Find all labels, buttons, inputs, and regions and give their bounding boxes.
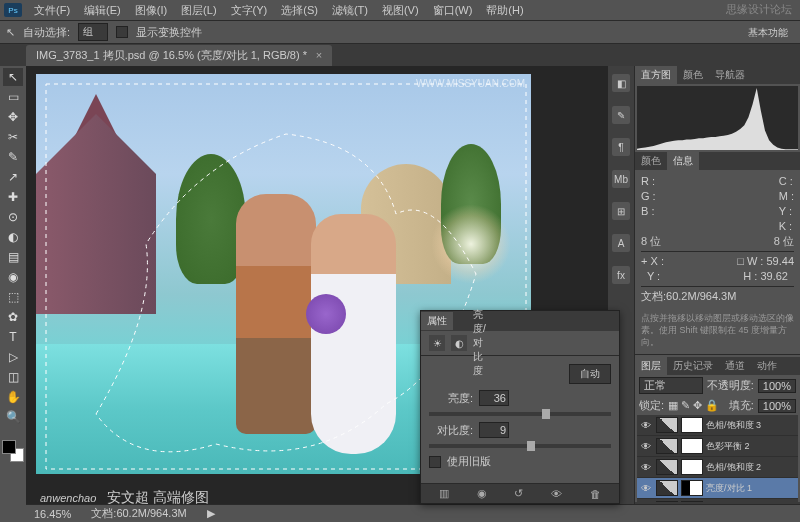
brightness-contrast-icon: ☀ xyxy=(429,335,445,351)
menu-file[interactable]: 文件(F) xyxy=(28,3,76,18)
blend-mode-dropdown[interactable]: 正常 xyxy=(639,377,703,394)
delete-adjustment-icon[interactable]: 🗑 xyxy=(590,488,601,500)
tab-properties[interactable]: 属性 xyxy=(421,312,453,330)
autoselect-dropdown[interactable]: 组 xyxy=(78,23,108,41)
histogram-chart xyxy=(637,86,798,150)
legacy-checkbox[interactable] xyxy=(429,456,441,468)
eyedropper-tool[interactable]: ✎ xyxy=(3,148,23,166)
eraser-tool[interactable]: ▤ xyxy=(3,248,23,266)
tab-color2[interactable]: 颜色 xyxy=(635,152,667,170)
close-tab-icon[interactable]: × xyxy=(316,49,322,61)
toolbar: ↖ ▭ ✥ ✂ ✎ ↗ ✚ ⊙ ◐ ▤ ◉ ⬚ ✿ T ▷ ◫ ✋ 🔍 xyxy=(0,66,26,522)
menu-window[interactable]: 窗口(W) xyxy=(427,3,479,18)
type-tool[interactable]: T xyxy=(3,328,23,346)
history-brush-tool[interactable]: ◐ xyxy=(3,228,23,246)
brightness-slider[interactable] xyxy=(429,412,611,416)
panel-icon[interactable]: fx xyxy=(612,266,630,284)
blur-tool[interactable]: ⬚ xyxy=(3,288,23,306)
tab-history[interactable]: 历史记录 xyxy=(667,357,719,375)
menu-edit[interactable]: 编辑(E) xyxy=(78,3,127,18)
visibility-icon[interactable]: 👁 xyxy=(639,441,653,452)
brightness-value[interactable]: 36 xyxy=(479,390,509,406)
clip-icon[interactable]: ▥ xyxy=(439,487,449,500)
layer-name: 色彩平衡 2 xyxy=(706,440,796,453)
fill-label: 填充: xyxy=(729,398,754,413)
mask-icon[interactable]: ◐ xyxy=(451,335,467,351)
panel-icon[interactable]: A xyxy=(612,234,630,252)
menu-type[interactable]: 文字(Y) xyxy=(225,3,274,18)
menu-filter[interactable]: 滤镜(T) xyxy=(326,3,374,18)
dodge-tool[interactable]: ✿ xyxy=(3,308,23,326)
foreground-color[interactable] xyxy=(2,440,16,454)
contrast-slider[interactable] xyxy=(429,444,611,448)
brightness-label: 亮度: xyxy=(429,391,473,406)
visibility-icon[interactable]: 👁 xyxy=(639,462,653,473)
menu-select[interactable]: 选择(S) xyxy=(275,3,324,18)
tab-actions[interactable]: 动作 xyxy=(751,357,783,375)
properties-title: 亮度/对比度 xyxy=(473,335,489,351)
toggle-visibility-icon[interactable]: 👁 xyxy=(551,488,562,500)
forum-link[interactable]: 思缘设计论坛 xyxy=(726,2,792,17)
color-swatches[interactable] xyxy=(2,440,24,462)
rectangle-tool[interactable]: ◫ xyxy=(3,368,23,386)
transform-controls-checkbox[interactable] xyxy=(116,26,128,38)
panel-icon[interactable]: ⊞ xyxy=(612,202,630,220)
visibility-icon[interactable]: 👁 xyxy=(639,483,653,494)
panel-icon[interactable]: ◧ xyxy=(612,74,630,92)
panel-icon[interactable]: Mb xyxy=(612,170,630,188)
menu-help[interactable]: 帮助(H) xyxy=(480,3,529,18)
workspace-switcher[interactable]: 基本功能 xyxy=(742,24,794,42)
mask-thumb[interactable] xyxy=(681,438,703,454)
gradient-tool[interactable]: ◉ xyxy=(3,268,23,286)
ps-logo: Ps xyxy=(4,3,22,17)
opacity-label: 不透明度: xyxy=(707,378,754,393)
zoom-tool[interactable]: 🔍 xyxy=(3,408,23,426)
stamp-tool[interactable]: ⊙ xyxy=(3,208,23,226)
panel-icon[interactable]: ✎ xyxy=(612,106,630,124)
view-previous-icon[interactable]: ◉ xyxy=(477,487,487,500)
tab-channels[interactable]: 通道 xyxy=(719,357,751,375)
lasso-tool[interactable]: ✥ xyxy=(3,108,23,126)
hand-tool[interactable]: ✋ xyxy=(3,388,23,406)
fill-input[interactable]: 100% xyxy=(758,399,796,413)
menu-layer[interactable]: 图层(L) xyxy=(175,3,222,18)
move-tool-icon: ↖ xyxy=(6,26,15,39)
mask-thumb[interactable] xyxy=(681,459,703,475)
layer-row[interactable]: 👁色相/饱和度 2 xyxy=(637,457,798,478)
tab-color[interactable]: 颜色 xyxy=(677,66,709,84)
move-tool[interactable]: ↖ xyxy=(3,68,23,86)
status-chevron-icon[interactable]: ▶ xyxy=(207,507,215,520)
pen-tool[interactable]: ▷ xyxy=(3,348,23,366)
status-bar: 16.45% 文档:60.2M/964.3M ▶ xyxy=(26,504,800,522)
layer-row[interactable]: 👁色相/饱和度 3 xyxy=(637,415,798,436)
tab-layers[interactable]: 图层 xyxy=(635,357,667,375)
layers-panel: 图层 历史记录 通道 动作 正常 不透明度: 100% 锁定: ▦ ✎ ✥ 🔒 … xyxy=(635,357,800,522)
reset-icon[interactable]: ↺ xyxy=(514,487,523,500)
mask-thumb[interactable] xyxy=(681,417,703,433)
crop-tool[interactable]: ✂ xyxy=(3,128,23,146)
contrast-value[interactable]: 9 xyxy=(479,422,509,438)
opacity-input[interactable]: 100% xyxy=(758,379,796,393)
layer-thumb xyxy=(656,459,678,475)
visibility-icon[interactable]: 👁 xyxy=(639,420,653,431)
layer-thumb xyxy=(656,417,678,433)
healing-tool[interactable]: ↗ xyxy=(3,168,23,186)
panel-icon[interactable]: ¶ xyxy=(612,138,630,156)
lock-icons[interactable]: ▦ ✎ ✥ 🔒 xyxy=(668,399,719,412)
info-panel-tabs: 颜色 信息 xyxy=(635,152,800,170)
menu-image[interactable]: 图像(I) xyxy=(129,3,173,18)
document-tab[interactable]: IMG_3783_1 拷贝.psd @ 16.5% (亮度/对比 1, RGB/… xyxy=(26,45,332,66)
tab-info[interactable]: 信息 xyxy=(667,152,699,170)
brush-tool[interactable]: ✚ xyxy=(3,188,23,206)
mask-thumb[interactable] xyxy=(681,480,703,496)
menu-view[interactable]: 视图(V) xyxy=(376,3,425,18)
tab-navigator[interactable]: 导航器 xyxy=(709,66,751,84)
marquee-tool[interactable]: ▭ xyxy=(3,88,23,106)
layer-row[interactable]: 👁色彩平衡 2 xyxy=(637,436,798,457)
auto-button[interactable]: 自动 xyxy=(569,364,611,384)
layer-row[interactable]: 👁亮度/对比 1 xyxy=(637,478,798,499)
legacy-label: 使用旧版 xyxy=(447,454,491,469)
zoom-level[interactable]: 16.45% xyxy=(34,508,71,520)
transform-controls-label: 显示变换控件 xyxy=(136,25,202,40)
tab-histogram[interactable]: 直方图 xyxy=(635,66,677,84)
